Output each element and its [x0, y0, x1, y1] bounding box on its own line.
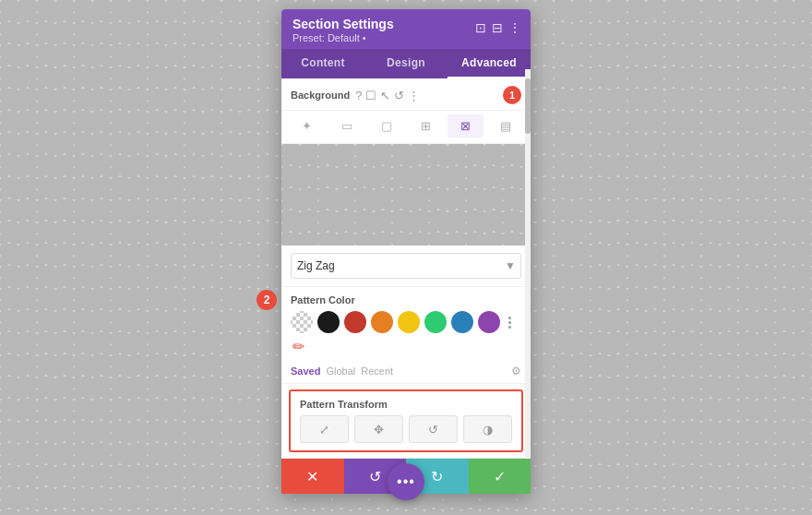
- bg-type-gradient[interactable]: ▢: [368, 114, 404, 138]
- transform-resize-btn[interactable]: ⤢: [300, 415, 349, 443]
- cursor-icon[interactable]: ↖: [380, 89, 390, 102]
- color-more-button[interactable]: [505, 315, 515, 330]
- panel-header-icons: ⊡ ⊟ ⋮: [475, 20, 521, 35]
- more-options-icon[interactable]: ⋮: [508, 20, 521, 35]
- tab-advanced[interactable]: Advanced: [448, 49, 531, 78]
- scrollbar-track[interactable]: [525, 69, 531, 459]
- bg-type-pattern[interactable]: ⊠: [448, 114, 484, 138]
- color-tab-recent[interactable]: Recent: [361, 365, 393, 377]
- scrollbar-thumb[interactable]: [525, 78, 531, 134]
- move-icon: ✥: [374, 423, 384, 437]
- bg-type-row: ✦ ▭ ▢ ⊞ ⊠ ▤: [281, 111, 531, 144]
- transform-buttons: ⤢ ✥ ↺ ◑: [300, 415, 512, 443]
- tab-content[interactable]: Content: [281, 49, 364, 78]
- redo-icon: ↻: [431, 468, 443, 485]
- pattern-preview: [281, 144, 531, 246]
- pattern-transform-section: Pattern Transform ⤢ ✥ ↺ ◑: [289, 389, 523, 452]
- color-swatch-red[interactable]: [344, 311, 366, 333]
- cancel-icon: ✕: [306, 468, 318, 485]
- color-pen-icon[interactable]: ✏: [293, 338, 304, 355]
- color-swatch-blue[interactable]: [451, 311, 473, 333]
- bg-type-none[interactable]: ✦: [289, 114, 325, 138]
- color-swatch-green[interactable]: [424, 311, 447, 333]
- dot3: [508, 326, 511, 329]
- help-icon[interactable]: ?: [355, 89, 362, 102]
- preview-zigzag-svg: [281, 144, 531, 246]
- panel-header: Section Settings Preset: Default • ⊡ ⊟ ⋮: [281, 9, 531, 49]
- resize-icon: ⤢: [319, 423, 329, 437]
- bg-more-icon[interactable]: ⋮: [408, 89, 420, 102]
- layout-icon[interactable]: ⊟: [492, 20, 503, 35]
- color-tab-global[interactable]: Global: [326, 365, 355, 377]
- bg-type-color[interactable]: ▭: [328, 114, 364, 138]
- badge-2: 2: [257, 290, 277, 310]
- transform-rotate-btn[interactable]: ↺: [409, 415, 458, 443]
- tab-design[interactable]: Design: [364, 49, 448, 78]
- floating-menu-button[interactable]: •••: [388, 463, 424, 500]
- dot2: [508, 321, 511, 324]
- panel-title-block: Section Settings Preset: Default •: [293, 17, 394, 43]
- color-swatch-yellow[interactable]: [398, 311, 420, 333]
- undo-icon: ↺: [369, 468, 381, 485]
- color-tabs-row: Saved Global Recent ⚙: [281, 361, 531, 384]
- cancel-button[interactable]: ✕: [281, 459, 344, 494]
- responsive-icon[interactable]: ⊡: [475, 20, 486, 35]
- color-swatch-purple[interactable]: [478, 311, 500, 333]
- dot1: [508, 317, 511, 319]
- color-tab-saved[interactable]: Saved: [291, 365, 320, 377]
- svg-rect-3: [281, 144, 531, 246]
- badge-1: 1: [503, 86, 521, 104]
- opacity-icon: ◑: [483, 423, 493, 437]
- bg-type-image[interactable]: ⊞: [408, 114, 444, 138]
- rotate-icon: ↺: [428, 423, 438, 437]
- reset-icon[interactable]: ↺: [394, 89, 404, 102]
- color-swatch-transparent[interactable]: [291, 311, 313, 333]
- save-button[interactable]: ✓: [469, 459, 531, 494]
- transform-move-btn[interactable]: ✥: [354, 415, 403, 443]
- pattern-color-label: Pattern Color: [291, 294, 521, 305]
- save-icon: ✓: [494, 468, 506, 485]
- background-row: Background ? ☐ ↖ ↺ ⋮ 1: [281, 78, 531, 111]
- pattern-color-section: Pattern Color ✏: [281, 287, 531, 361]
- pattern-transform-label: Pattern Transform: [300, 399, 512, 410]
- panel-preset: Preset: Default •: [293, 32, 394, 43]
- panel-title: Section Settings: [293, 17, 394, 31]
- color-swatch-black[interactable]: [317, 311, 340, 333]
- bg-type-video[interactable]: ▤: [487, 114, 523, 138]
- device-icon[interactable]: ☐: [365, 89, 376, 102]
- background-label: Background: [291, 90, 350, 101]
- color-swatches: ✏: [291, 311, 521, 355]
- panel-body: Background ? ☐ ↖ ↺ ⋮ 1 ✦ ▭ ▢ ⊞ ⊠ ▤: [281, 78, 531, 494]
- color-swatch-orange[interactable]: [371, 311, 393, 333]
- color-settings-gear-icon[interactable]: ⚙: [511, 365, 521, 377]
- section-settings-panel: Section Settings Preset: Default • ⊡ ⊟ ⋮…: [281, 9, 531, 494]
- floating-dots-icon: •••: [397, 473, 415, 490]
- pattern-type-select[interactable]: Zig Zag None Dots Waves Stripes: [291, 253, 521, 279]
- panel-tabs: Content Design Advanced: [281, 49, 531, 78]
- pattern-dropdown-row: Zig Zag None Dots Waves Stripes ▼: [281, 246, 531, 287]
- transform-opacity-btn[interactable]: ◑: [463, 415, 512, 443]
